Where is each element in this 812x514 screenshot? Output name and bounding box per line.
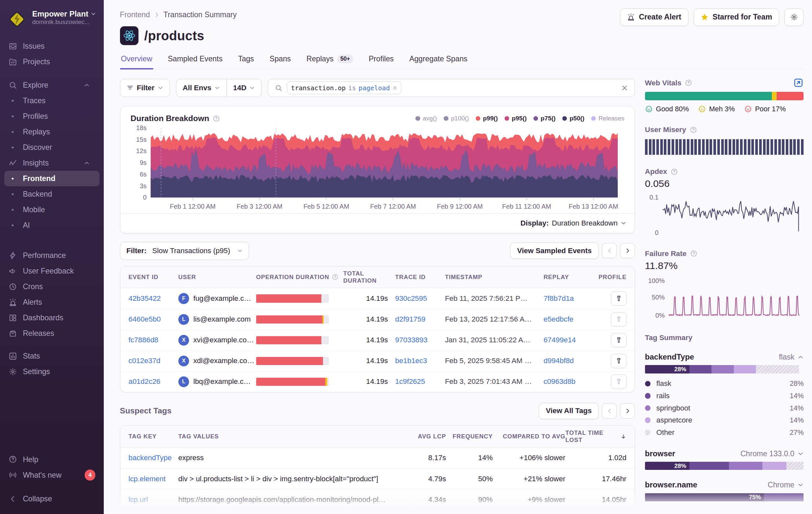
view-sampled-events-button[interactable]: View Sampled Events (510, 242, 599, 259)
breadcrumb-project[interactable]: Frontend (120, 10, 150, 19)
column-header-user[interactable]: USER (178, 274, 256, 281)
tag-legend-row[interactable]: springboot14% (645, 402, 804, 414)
transactions-filter-dropdown[interactable]: Filter:Slow Transactions (p95) (120, 242, 250, 260)
legend-item-Releases[interactable]: Releases (591, 115, 624, 122)
column-header-replay[interactable]: REPLAY (544, 274, 593, 281)
profile-button[interactable] (611, 312, 627, 327)
column-header-tag-key[interactable]: TAG KEY (128, 433, 178, 440)
sidebar-item-crons[interactable]: Crons (4, 279, 99, 294)
sidebar-item-user-feedback[interactable]: User Feedback (4, 263, 99, 279)
tag-section-value-dropdown[interactable]: flask (779, 353, 804, 361)
tag-legend-row[interactable]: flask28% (645, 378, 804, 390)
tags-next-page-button[interactable] (620, 403, 635, 418)
env-selector[interactable]: All Envs (176, 84, 226, 92)
help-circle-icon[interactable] (690, 250, 697, 257)
help-circle-icon[interactable] (213, 115, 220, 122)
sidebar-item-help[interactable]: Help (4, 452, 99, 467)
profile-button[interactable] (611, 333, 627, 348)
token-remove-icon[interactable] (393, 85, 398, 90)
tab-profiles[interactable]: Profiles (368, 55, 395, 69)
column-header-timestamp[interactable]: TIMESTAMP (445, 274, 544, 281)
legend-item-avg[interactable]: avg() (415, 115, 437, 122)
display-dropdown[interactable]: Duration Breakdown (552, 219, 627, 227)
sidebar-item-insights[interactable]: Insights (4, 155, 99, 171)
replay-id-link[interactable]: 7f8b7d1a (544, 294, 574, 302)
profile-button[interactable] (611, 291, 627, 306)
event-id-link[interactable]: c012e37d (128, 357, 160, 365)
starred-for-team-button[interactable]: Starred for Team (694, 8, 779, 26)
events-next-page-button[interactable] (620, 243, 635, 258)
tab-replays[interactable]: Replays50+ (306, 55, 354, 69)
date-range-selector[interactable]: 14D (227, 84, 262, 92)
tab-overview[interactable]: Overview (120, 55, 153, 69)
sidebar-item-profiles[interactable]: Profiles (4, 108, 99, 124)
trace-id-link[interactable]: be1b1ec3 (395, 357, 427, 365)
help-circle-icon[interactable] (690, 126, 697, 133)
tag-section-value-dropdown[interactable]: Chrome (767, 481, 804, 489)
sidebar-item-traces[interactable]: Traces (4, 93, 99, 108)
event-id-link[interactable]: 6460e5b0 (128, 315, 161, 323)
sidebar-item-releases[interactable]: Releases (4, 325, 99, 341)
tags-prev-page-button[interactable] (602, 403, 617, 418)
event-id-link[interactable]: 42b35422 (128, 294, 161, 302)
sidebar-item-what-s-new[interactable]: What's new4 (4, 467, 99, 483)
column-header-operation-duration[interactable]: OPERATION DURATION (256, 274, 343, 281)
legend-item-p99[interactable]: p99() (476, 115, 498, 122)
duration-breakdown-chart[interactable]: 03s6s9s12s15s18sFeb 1 12:00 AMFeb 3 12:0… (131, 125, 624, 213)
legend-item-p75[interactable]: p75() (533, 115, 555, 122)
tag-legend-row[interactable]: Other27% (645, 426, 804, 439)
sidebar-item-backend[interactable]: Backend (4, 186, 99, 202)
sidebar-item-issues[interactable]: Issues (4, 38, 99, 54)
replay-id-link[interactable]: d994bf8d (544, 357, 574, 365)
column-header-tag-values[interactable]: TAG VALUES (178, 433, 407, 440)
tab-aggregate-spans[interactable]: Aggregate Spans (408, 55, 469, 69)
column-header-total-time-lost[interactable]: TOTAL TIME LOST (565, 429, 626, 443)
trace-id-link[interactable]: 930c2595 (395, 294, 427, 302)
sidebar-item-dashboards[interactable]: Dashboards (4, 310, 99, 325)
sidebar-item-stats[interactable]: Stats (4, 349, 99, 364)
trace-id-link[interactable]: 1c9f2625 (395, 377, 425, 385)
view-all-tags-button[interactable]: View All Tags (539, 403, 599, 419)
sidebar-item-performance[interactable]: Performance (4, 248, 99, 263)
tag-key-link[interactable]: lcp.element (128, 475, 166, 483)
event-id-link[interactable]: a01d2c26 (128, 377, 160, 385)
profile-button[interactable] (611, 375, 627, 389)
tag-legend-row[interactable]: aspnetcore14% (645, 414, 804, 426)
search-token[interactable]: transaction.op is pageload (287, 81, 402, 94)
sidebar-item-projects[interactable]: Projects (4, 54, 99, 70)
column-header-event-id[interactable]: EVENT ID (128, 274, 178, 281)
help-circle-icon[interactable] (671, 168, 678, 175)
events-prev-page-button[interactable] (602, 243, 617, 258)
filter-dropdown[interactable]: Filter (120, 79, 170, 97)
column-header-profile[interactable]: PROFILE (593, 274, 627, 281)
column-header-trace-id[interactable]: TRACE ID (395, 274, 445, 281)
sidebar-item-settings[interactable]: Settings (4, 364, 99, 380)
trace-id-link[interactable]: d2f91759 (395, 315, 426, 323)
tag-key-link[interactable]: backendType (128, 454, 172, 462)
tab-sampled-events[interactable]: Sampled Events (167, 55, 224, 69)
sidebar-item-explore[interactable]: Explore (4, 77, 99, 93)
event-id-link[interactable]: fc7886d8 (128, 336, 158, 344)
column-header-avg-lcp[interactable]: AVG LCP (407, 433, 446, 440)
tag-key-link[interactable]: lcp.url (128, 495, 148, 504)
sidebar-item-frontend[interactable]: Frontend (4, 171, 99, 186)
replay-id-link[interactable]: 67499e14 (544, 336, 576, 344)
sidebar-item-discover[interactable]: Discover (4, 139, 99, 155)
org-switcher[interactable]: Empower Plant dominik.buszowiec... (0, 6, 104, 36)
transaction-settings-button[interactable] (784, 8, 804, 26)
column-header-compared-to-avg[interactable]: COMPARED TO AVG (493, 433, 565, 440)
column-header-frequency[interactable]: FREQUENCY (446, 433, 493, 440)
tag-section-value-dropdown[interactable]: medium-plan (751, 512, 804, 514)
search-input[interactable]: transaction.op is pageload (268, 79, 635, 97)
trace-id-link[interactable]: 97033893 (395, 336, 428, 344)
sidebar-item-ai[interactable]: AI (4, 217, 99, 233)
tag-section-value-dropdown[interactable]: Chrome 133.0.0 (740, 450, 804, 458)
replay-id-link[interactable]: e5edbcfe (544, 315, 573, 323)
search-clear-icon[interactable] (621, 84, 629, 92)
legend-item-p100[interactable]: p100() (444, 115, 469, 122)
sidebar-item-collapse[interactable]: Collapse (4, 491, 99, 507)
external-link-icon[interactable] (793, 78, 804, 88)
legend-item-p50[interactable]: p50() (562, 115, 584, 122)
sidebar-item-alerts[interactable]: Alerts (4, 294, 99, 310)
legend-item-p95[interactable]: p95() (504, 115, 527, 122)
